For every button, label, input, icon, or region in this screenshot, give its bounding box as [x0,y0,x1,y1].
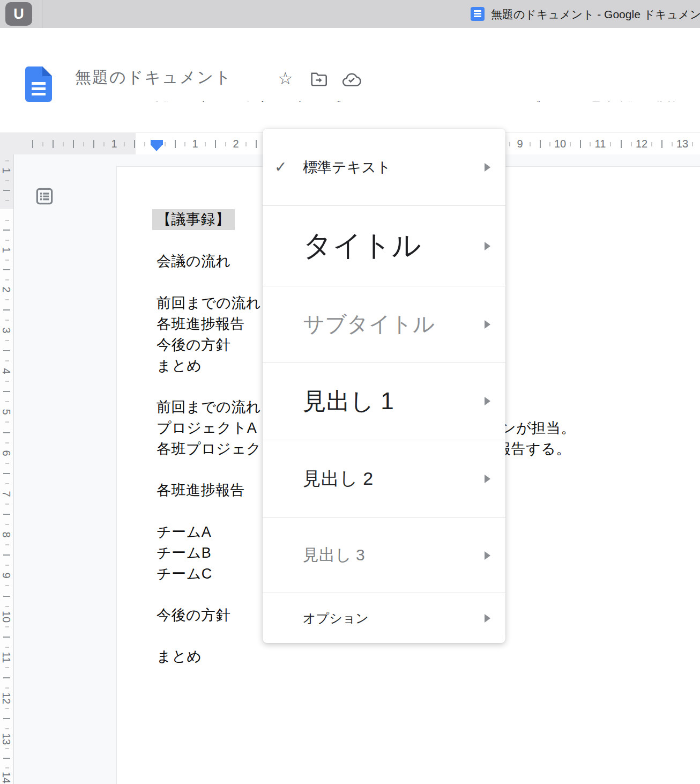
doc-line: チームB [157,543,211,564]
submenu-arrow-icon [485,163,490,172]
doc-line-fragment: 報告する。 [496,439,571,460]
style-option-h1[interactable]: 見出し 1 [263,362,505,440]
style-option-label: 見出し 3 [303,544,365,566]
submenu-arrow-icon [485,242,490,250]
style-option-h2[interactable]: 見出し 2 [263,440,505,517]
doc-line-fragment: ンが担当。 [501,418,576,439]
style-option-label: 見出し 2 [303,467,373,491]
submenu-arrow-icon [485,320,490,329]
doc-line: 今後の方針 [157,605,230,626]
doc-line: プロジェクトA [157,418,257,439]
doc-line: まとめ [157,356,202,376]
doc-line: まとめ [157,646,202,667]
doc-line: 各班進捗報告 [157,314,245,335]
checkmark-icon: ✓ [274,158,287,176]
style-option-label: サブタイトル [303,309,435,339]
style-option-label: タイトル [303,226,421,265]
doc-line: 各班進捗報告 [157,480,245,501]
doc-line: 今後の方針 [157,335,230,356]
style-option-label: 標準テキスト [303,158,391,177]
style-option-options[interactable]: オプション [263,593,505,643]
submenu-arrow-icon [485,614,490,623]
submenu-arrow-icon [485,551,490,560]
style-option-subtitle[interactable]: サブタイトル [263,286,505,362]
style-option-label: オプション [303,610,369,627]
doc-line: 各班プロジェク [157,439,262,460]
screen: U 無題のドキュメント - Google ドキュメン 無題のドキュメント ☆ [0,0,700,784]
style-option-title[interactable]: タイトル [263,205,505,286]
style-option-label: 見出し 1 [303,386,394,417]
doc-line: 前回までの流れ [157,397,261,418]
doc-line: 会議の流れ [157,251,231,272]
style-option-h3[interactable]: 見出し 3 [263,517,505,593]
doc-line: 前回までの流れ [157,293,261,314]
doc-line: チームC [157,564,212,585]
submenu-arrow-icon [485,475,490,483]
style-option-normal[interactable]: ✓標準テキスト [263,129,505,205]
paragraph-styles-menu: ✓標準テキストタイトルサブタイトル見出し 1見出し 2見出し 3オプション [263,129,505,643]
doc-line: 【議事録】 [152,209,235,230]
doc-line: チームA [157,522,211,543]
submenu-arrow-icon [485,397,490,405]
